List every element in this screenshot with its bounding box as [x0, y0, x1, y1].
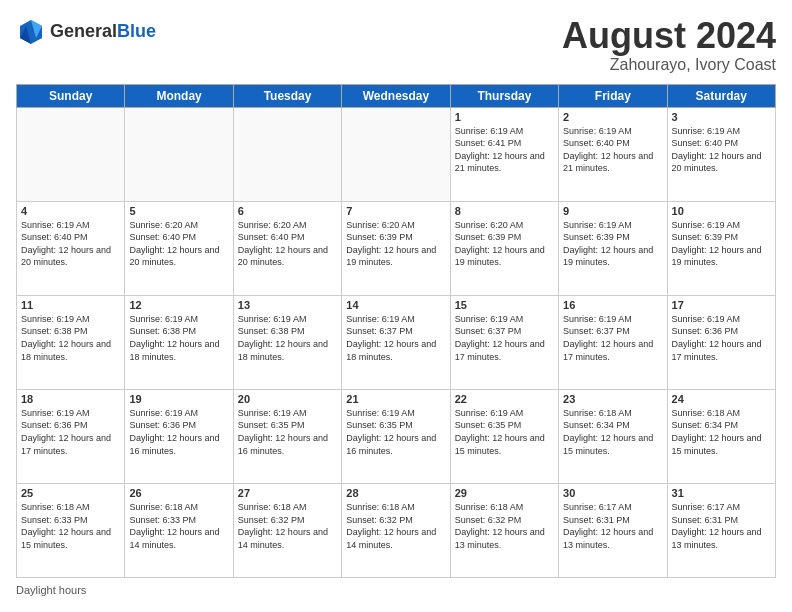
day-info: Sunrise: 6:17 AM Sunset: 6:31 PM Dayligh… — [672, 501, 771, 551]
day-info: Sunrise: 6:20 AM Sunset: 6:40 PM Dayligh… — [129, 219, 228, 269]
day-cell: 30Sunrise: 6:17 AM Sunset: 6:31 PM Dayli… — [559, 483, 667, 577]
week-row-1: 1Sunrise: 6:19 AM Sunset: 6:41 PM Daylig… — [17, 107, 776, 201]
day-info: Sunrise: 6:19 AM Sunset: 6:36 PM Dayligh… — [672, 313, 771, 363]
calendar-table: SundayMondayTuesdayWednesdayThursdayFrid… — [16, 84, 776, 578]
day-cell: 3Sunrise: 6:19 AM Sunset: 6:40 PM Daylig… — [667, 107, 775, 201]
week-row-2: 4Sunrise: 6:19 AM Sunset: 6:40 PM Daylig… — [17, 201, 776, 295]
day-cell: 28Sunrise: 6:18 AM Sunset: 6:32 PM Dayli… — [342, 483, 450, 577]
day-cell: 31Sunrise: 6:17 AM Sunset: 6:31 PM Dayli… — [667, 483, 775, 577]
day-cell: 23Sunrise: 6:18 AM Sunset: 6:34 PM Dayli… — [559, 389, 667, 483]
day-number: 22 — [455, 393, 554, 405]
day-info: Sunrise: 6:18 AM Sunset: 6:33 PM Dayligh… — [129, 501, 228, 551]
day-cell: 24Sunrise: 6:18 AM Sunset: 6:34 PM Dayli… — [667, 389, 775, 483]
day-info: Sunrise: 6:19 AM Sunset: 6:36 PM Dayligh… — [21, 407, 120, 457]
day-number: 24 — [672, 393, 771, 405]
day-number: 7 — [346, 205, 445, 217]
day-info: Sunrise: 6:20 AM Sunset: 6:40 PM Dayligh… — [238, 219, 337, 269]
day-info: Sunrise: 6:20 AM Sunset: 6:39 PM Dayligh… — [346, 219, 445, 269]
day-info: Sunrise: 6:19 AM Sunset: 6:39 PM Dayligh… — [563, 219, 662, 269]
day-cell: 4Sunrise: 6:19 AM Sunset: 6:40 PM Daylig… — [17, 201, 125, 295]
day-number: 11 — [21, 299, 120, 311]
day-cell: 7Sunrise: 6:20 AM Sunset: 6:39 PM Daylig… — [342, 201, 450, 295]
title-month: August 2024 — [562, 16, 776, 56]
day-number: 25 — [21, 487, 120, 499]
day-number: 2 — [563, 111, 662, 123]
logo-icon — [16, 16, 46, 46]
footer: Daylight hours — [16, 584, 776, 596]
day-info: Sunrise: 6:19 AM Sunset: 6:35 PM Dayligh… — [238, 407, 337, 457]
day-info: Sunrise: 6:17 AM Sunset: 6:31 PM Dayligh… — [563, 501, 662, 551]
day-info: Sunrise: 6:19 AM Sunset: 6:39 PM Dayligh… — [672, 219, 771, 269]
day-cell: 5Sunrise: 6:20 AM Sunset: 6:40 PM Daylig… — [125, 201, 233, 295]
title-block: August 2024 Zahourayo, Ivory Coast — [562, 16, 776, 74]
weekday-wednesday: Wednesday — [342, 84, 450, 107]
day-cell: 11Sunrise: 6:19 AM Sunset: 6:38 PM Dayli… — [17, 295, 125, 389]
day-number: 19 — [129, 393, 228, 405]
day-number: 14 — [346, 299, 445, 311]
day-number: 4 — [21, 205, 120, 217]
day-info: Sunrise: 6:19 AM Sunset: 6:37 PM Dayligh… — [455, 313, 554, 363]
day-cell: 25Sunrise: 6:18 AM Sunset: 6:33 PM Dayli… — [17, 483, 125, 577]
day-cell: 27Sunrise: 6:18 AM Sunset: 6:32 PM Dayli… — [233, 483, 341, 577]
day-cell: 16Sunrise: 6:19 AM Sunset: 6:37 PM Dayli… — [559, 295, 667, 389]
week-row-4: 18Sunrise: 6:19 AM Sunset: 6:36 PM Dayli… — [17, 389, 776, 483]
page: GeneralBlue August 2024 Zahourayo, Ivory… — [0, 0, 792, 612]
day-info: Sunrise: 6:18 AM Sunset: 6:34 PM Dayligh… — [672, 407, 771, 457]
day-number: 30 — [563, 487, 662, 499]
weekday-monday: Monday — [125, 84, 233, 107]
day-info: Sunrise: 6:19 AM Sunset: 6:37 PM Dayligh… — [346, 313, 445, 363]
day-number: 29 — [455, 487, 554, 499]
weekday-header-row: SundayMondayTuesdayWednesdayThursdayFrid… — [17, 84, 776, 107]
logo-general: General — [50, 21, 117, 41]
weekday-thursday: Thursday — [450, 84, 558, 107]
day-info: Sunrise: 6:19 AM Sunset: 6:38 PM Dayligh… — [21, 313, 120, 363]
day-number: 27 — [238, 487, 337, 499]
day-number: 6 — [238, 205, 337, 217]
day-info: Sunrise: 6:19 AM Sunset: 6:40 PM Dayligh… — [21, 219, 120, 269]
day-cell — [342, 107, 450, 201]
day-cell — [125, 107, 233, 201]
day-cell: 17Sunrise: 6:19 AM Sunset: 6:36 PM Dayli… — [667, 295, 775, 389]
day-info: Sunrise: 6:19 AM Sunset: 6:37 PM Dayligh… — [563, 313, 662, 363]
footer-label: Daylight hours — [16, 584, 86, 596]
day-number: 31 — [672, 487, 771, 499]
day-info: Sunrise: 6:19 AM Sunset: 6:38 PM Dayligh… — [129, 313, 228, 363]
day-info: Sunrise: 6:19 AM Sunset: 6:40 PM Dayligh… — [672, 125, 771, 175]
day-cell: 26Sunrise: 6:18 AM Sunset: 6:33 PM Dayli… — [125, 483, 233, 577]
day-number: 3 — [672, 111, 771, 123]
logo-blue: Blue — [117, 21, 156, 41]
day-number: 17 — [672, 299, 771, 311]
day-cell: 6Sunrise: 6:20 AM Sunset: 6:40 PM Daylig… — [233, 201, 341, 295]
day-info: Sunrise: 6:19 AM Sunset: 6:40 PM Dayligh… — [563, 125, 662, 175]
weekday-friday: Friday — [559, 84, 667, 107]
day-cell: 20Sunrise: 6:19 AM Sunset: 6:35 PM Dayli… — [233, 389, 341, 483]
day-info: Sunrise: 6:18 AM Sunset: 6:32 PM Dayligh… — [346, 501, 445, 551]
day-cell: 2Sunrise: 6:19 AM Sunset: 6:40 PM Daylig… — [559, 107, 667, 201]
day-number: 23 — [563, 393, 662, 405]
weekday-sunday: Sunday — [17, 84, 125, 107]
day-number: 18 — [21, 393, 120, 405]
logo: GeneralBlue — [16, 16, 156, 46]
day-cell: 19Sunrise: 6:19 AM Sunset: 6:36 PM Dayli… — [125, 389, 233, 483]
weekday-tuesday: Tuesday — [233, 84, 341, 107]
weekday-saturday: Saturday — [667, 84, 775, 107]
day-cell: 14Sunrise: 6:19 AM Sunset: 6:37 PM Dayli… — [342, 295, 450, 389]
day-info: Sunrise: 6:18 AM Sunset: 6:34 PM Dayligh… — [563, 407, 662, 457]
day-number: 8 — [455, 205, 554, 217]
day-info: Sunrise: 6:18 AM Sunset: 6:32 PM Dayligh… — [238, 501, 337, 551]
day-number: 12 — [129, 299, 228, 311]
day-cell: 13Sunrise: 6:19 AM Sunset: 6:38 PM Dayli… — [233, 295, 341, 389]
day-number: 13 — [238, 299, 337, 311]
day-number: 9 — [563, 205, 662, 217]
day-cell: 21Sunrise: 6:19 AM Sunset: 6:35 PM Dayli… — [342, 389, 450, 483]
day-info: Sunrise: 6:19 AM Sunset: 6:35 PM Dayligh… — [455, 407, 554, 457]
day-cell: 22Sunrise: 6:19 AM Sunset: 6:35 PM Dayli… — [450, 389, 558, 483]
day-cell: 18Sunrise: 6:19 AM Sunset: 6:36 PM Dayli… — [17, 389, 125, 483]
day-info: Sunrise: 6:19 AM Sunset: 6:38 PM Dayligh… — [238, 313, 337, 363]
day-cell: 9Sunrise: 6:19 AM Sunset: 6:39 PM Daylig… — [559, 201, 667, 295]
day-number: 28 — [346, 487, 445, 499]
day-info: Sunrise: 6:19 AM Sunset: 6:36 PM Dayligh… — [129, 407, 228, 457]
week-row-5: 25Sunrise: 6:18 AM Sunset: 6:33 PM Dayli… — [17, 483, 776, 577]
day-number: 20 — [238, 393, 337, 405]
day-number: 26 — [129, 487, 228, 499]
